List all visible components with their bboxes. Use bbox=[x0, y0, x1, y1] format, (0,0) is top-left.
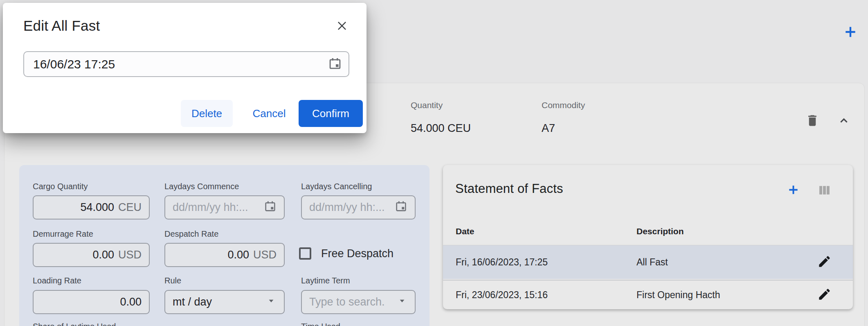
sof-date-header: Date bbox=[456, 226, 474, 236]
add-button[interactable] bbox=[842, 24, 859, 41]
laydays-cancelling-placeholder: dd/mm/yy hh:... bbox=[309, 201, 395, 214]
laydays-cancelling-label: Laydays Cancelling bbox=[301, 182, 372, 191]
delete-button[interactable]: Delete bbox=[181, 100, 233, 127]
laydays-commence-placeholder: dd/mm/yy hh:... bbox=[173, 201, 264, 214]
columns-icon bbox=[818, 184, 831, 198]
plus-icon bbox=[843, 24, 858, 41]
close-button[interactable] bbox=[334, 18, 350, 34]
cargo-quantity-value: 54.000 bbox=[80, 201, 114, 214]
datetime-input[interactable]: 16/06/23 17:25 bbox=[23, 51, 349, 77]
loading-rate-label: Loading Rate bbox=[33, 276, 81, 285]
quantity-label: Quantity bbox=[411, 100, 443, 110]
laytime-term-select[interactable]: Type to search. bbox=[301, 290, 416, 314]
sof-description-header: Description bbox=[636, 226, 684, 236]
sof-row-description: All Fast bbox=[636, 257, 668, 268]
despatch-rate-label: Despatch Rate bbox=[164, 229, 218, 239]
caret-down-icon bbox=[397, 295, 407, 309]
laydays-cancelling-input[interactable]: dd/mm/yy hh:... bbox=[301, 195, 416, 220]
trash-icon bbox=[805, 113, 820, 129]
quantity-value: 54.000 CEU bbox=[411, 122, 471, 135]
loading-rate-input[interactable]: 0.00 bbox=[33, 290, 150, 314]
rule-value: mt / day bbox=[173, 296, 266, 308]
dialog-title: Edit All Fast bbox=[23, 18, 100, 34]
rule-select[interactable]: mt / day bbox=[164, 290, 285, 314]
caret-down-icon bbox=[266, 295, 277, 309]
sof-row-date: Fri, 16/06/2023, 17:25 bbox=[456, 257, 548, 268]
sof-columns-button[interactable] bbox=[817, 183, 832, 198]
pencil-icon bbox=[817, 287, 832, 303]
delete-cargo-button[interactable] bbox=[804, 112, 821, 129]
laydays-commence-label: Laydays Commence bbox=[164, 182, 239, 191]
edit-all-fast-dialog: Edit All Fast 16/06/23 17:25 Delete Canc… bbox=[3, 3, 367, 133]
demurrage-rate-input[interactable]: 0.00 USD bbox=[33, 243, 150, 267]
laydays-commence-input[interactable]: dd/mm/yy hh:... bbox=[164, 195, 285, 220]
despatch-rate-value: 0.00 bbox=[227, 249, 249, 261]
collapse-cargo-button[interactable] bbox=[836, 114, 852, 129]
pencil-icon bbox=[817, 254, 832, 270]
edit-row-button[interactable] bbox=[816, 287, 832, 303]
sof-row-description: First Opening Hacth bbox=[636, 290, 720, 301]
rule-label: Rule bbox=[164, 276, 181, 285]
cancel-button[interactable]: Cancel bbox=[247, 100, 292, 127]
sof-row[interactable]: Fri, 23/06/2023, 15:16 First Opening Hac… bbox=[443, 280, 853, 309]
statement-of-facts-panel: Statement of Facts Date Description Fri,… bbox=[443, 165, 853, 309]
despatch-rate-input[interactable]: 0.00 USD bbox=[164, 243, 285, 267]
calendar-icon[interactable] bbox=[264, 200, 277, 215]
plus-icon bbox=[787, 183, 800, 198]
cargo-quantity-unit: CEU bbox=[118, 201, 142, 214]
sof-add-button[interactable] bbox=[785, 182, 801, 199]
laytime-term-placeholder: Type to search. bbox=[309, 296, 397, 308]
chevron-up-icon bbox=[837, 114, 850, 129]
despatch-rate-unit: USD bbox=[253, 249, 277, 261]
sof-title: Statement of Facts bbox=[455, 181, 563, 196]
cargo-quantity-label: Cargo Quantity bbox=[33, 182, 88, 191]
commodity-value: A7 bbox=[542, 122, 555, 135]
demurrage-rate-unit: USD bbox=[118, 249, 142, 261]
free-despatch-checkbox[interactable] bbox=[299, 247, 311, 260]
demurrage-rate-label: Demurrage Rate bbox=[33, 229, 93, 239]
calendar-icon[interactable] bbox=[328, 57, 342, 72]
loading-rate-value: 0.00 bbox=[120, 296, 142, 308]
edit-row-button[interactable] bbox=[816, 254, 832, 270]
sof-row[interactable]: Fri, 16/06/2023, 17:25 All Fast bbox=[443, 245, 853, 279]
time-used-label: Time Used bbox=[301, 322, 340, 326]
calendar-icon[interactable] bbox=[395, 200, 407, 215]
free-despatch-label: Free Despatch bbox=[321, 247, 394, 260]
close-icon bbox=[335, 19, 349, 34]
laytime-term-label: Laytime Term bbox=[301, 276, 350, 285]
share-of-laytime-used-label: Share of Laytime Used bbox=[33, 322, 116, 326]
commodity-label: Commodity bbox=[542, 100, 585, 110]
confirm-button[interactable]: Confirm bbox=[299, 100, 363, 127]
demurrage-rate-value: 0.00 bbox=[92, 249, 114, 261]
sof-row-date: Fri, 23/06/2023, 15:16 bbox=[456, 290, 548, 301]
datetime-value: 16/06/23 17:25 bbox=[33, 57, 328, 71]
cargo-quantity-input[interactable]: 54.000 CEU bbox=[33, 195, 150, 220]
